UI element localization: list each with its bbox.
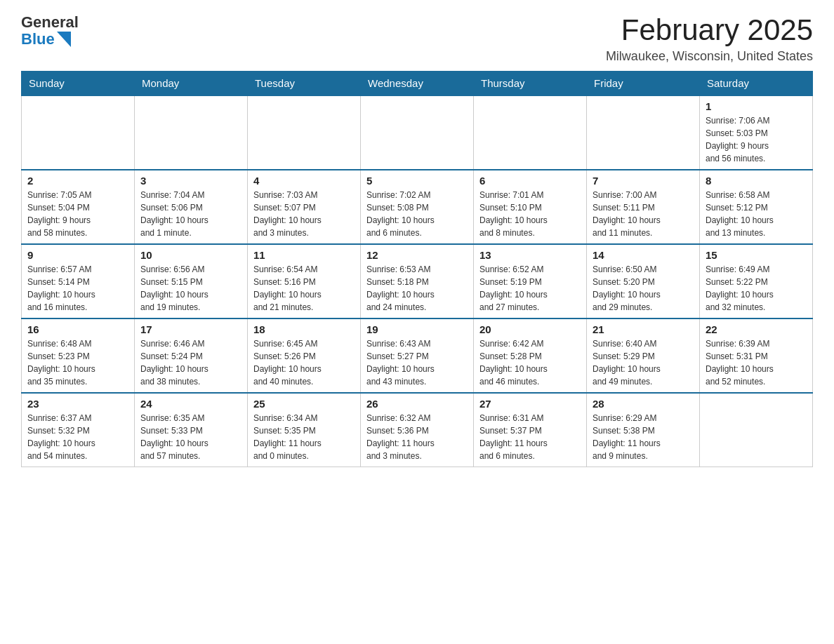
calendar-cell (248, 95, 361, 170)
day-number: 18 (253, 323, 355, 335)
day-info: Sunrise: 6:43 AM Sunset: 5:27 PM Dayligh… (366, 337, 468, 388)
day-number: 3 (140, 175, 241, 187)
calendar-cell: 10Sunrise: 6:56 AM Sunset: 5:15 PM Dayli… (135, 244, 248, 318)
calendar-week-row: 9Sunrise: 6:57 AM Sunset: 5:14 PM Daylig… (22, 244, 813, 318)
day-info: Sunrise: 7:02 AM Sunset: 5:08 PM Dayligh… (366, 189, 468, 239)
day-info: Sunrise: 6:46 AM Sunset: 5:24 PM Dayligh… (140, 337, 241, 388)
day-number: 16 (27, 323, 128, 335)
calendar-cell: 7Sunrise: 7:00 AM Sunset: 5:11 PM Daylig… (587, 170, 700, 244)
calendar-cell: 27Sunrise: 6:31 AM Sunset: 5:37 PM Dayli… (474, 393, 587, 467)
day-number: 25 (253, 398, 355, 410)
calendar-table: SundayMondayTuesdayWednesdayThursdayFrid… (21, 71, 813, 467)
day-info: Sunrise: 7:03 AM Sunset: 5:07 PM Dayligh… (253, 189, 355, 239)
calendar-cell: 23Sunrise: 6:37 AM Sunset: 5:32 PM Dayli… (22, 393, 135, 467)
day-number: 10 (140, 249, 241, 261)
day-info: Sunrise: 6:52 AM Sunset: 5:19 PM Dayligh… (479, 263, 581, 314)
day-number: 1 (706, 100, 807, 112)
calendar-week-row: 2Sunrise: 7:05 AM Sunset: 5:04 PM Daylig… (22, 170, 813, 244)
logo-triangle-icon (57, 32, 71, 47)
day-info: Sunrise: 6:56 AM Sunset: 5:15 PM Dayligh… (140, 263, 241, 314)
calendar-cell: 20Sunrise: 6:42 AM Sunset: 5:28 PM Dayli… (474, 318, 587, 393)
calendar-cell: 26Sunrise: 6:32 AM Sunset: 5:36 PM Dayli… (361, 393, 474, 467)
calendar-cell: 5Sunrise: 7:02 AM Sunset: 5:08 PM Daylig… (361, 170, 474, 244)
calendar-cell: 17Sunrise: 6:46 AM Sunset: 5:24 PM Dayli… (135, 318, 248, 393)
calendar-cell: 13Sunrise: 6:52 AM Sunset: 5:19 PM Dayli… (474, 244, 587, 318)
page-header: General Blue February 2025 Milwaukee, Wi… (21, 14, 813, 64)
day-number: 4 (253, 175, 355, 187)
logo-blue-text: Blue (21, 31, 55, 48)
day-info: Sunrise: 6:37 AM Sunset: 5:32 PM Dayligh… (27, 412, 128, 462)
day-info: Sunrise: 6:42 AM Sunset: 5:28 PM Dayligh… (479, 337, 581, 388)
day-number: 26 (366, 398, 468, 410)
day-number: 23 (27, 398, 128, 410)
calendar-cell: 19Sunrise: 6:43 AM Sunset: 5:27 PM Dayli… (361, 318, 474, 393)
day-info: Sunrise: 6:57 AM Sunset: 5:14 PM Dayligh… (27, 263, 128, 314)
day-info: Sunrise: 6:34 AM Sunset: 5:35 PM Dayligh… (253, 412, 355, 462)
location-subtitle: Milwaukee, Wisconsin, United States (606, 49, 813, 64)
day-info: Sunrise: 6:29 AM Sunset: 5:38 PM Dayligh… (593, 412, 694, 462)
calendar-cell: 16Sunrise: 6:48 AM Sunset: 5:23 PM Dayli… (22, 318, 135, 393)
day-number: 2 (27, 175, 128, 187)
day-info: Sunrise: 6:40 AM Sunset: 5:29 PM Dayligh… (593, 337, 694, 388)
day-of-week-header: Tuesday (248, 72, 361, 96)
day-number: 6 (479, 175, 581, 187)
day-number: 11 (253, 249, 355, 261)
day-info: Sunrise: 6:31 AM Sunset: 5:37 PM Dayligh… (479, 412, 581, 462)
title-section: February 2025 Milwaukee, Wisconsin, Unit… (606, 14, 813, 64)
day-info: Sunrise: 6:58 AM Sunset: 5:12 PM Dayligh… (706, 189, 807, 239)
calendar-cell: 9Sunrise: 6:57 AM Sunset: 5:14 PM Daylig… (22, 244, 135, 318)
day-of-week-header: Sunday (22, 72, 135, 96)
calendar-cell: 22Sunrise: 6:39 AM Sunset: 5:31 PM Dayli… (700, 318, 813, 393)
calendar-cell: 15Sunrise: 6:49 AM Sunset: 5:22 PM Dayli… (700, 244, 813, 318)
calendar-cell: 11Sunrise: 6:54 AM Sunset: 5:16 PM Dayli… (248, 244, 361, 318)
day-info: Sunrise: 6:54 AM Sunset: 5:16 PM Dayligh… (253, 263, 355, 314)
day-number: 12 (366, 249, 468, 261)
day-number: 20 (479, 323, 581, 335)
day-info: Sunrise: 6:48 AM Sunset: 5:23 PM Dayligh… (27, 337, 128, 388)
day-number: 14 (593, 249, 694, 261)
calendar-cell: 24Sunrise: 6:35 AM Sunset: 5:33 PM Dayli… (135, 393, 248, 467)
day-number: 17 (140, 323, 241, 335)
day-of-week-header: Thursday (474, 72, 587, 96)
month-title: February 2025 (606, 14, 813, 46)
day-info: Sunrise: 6:49 AM Sunset: 5:22 PM Dayligh… (706, 263, 807, 314)
logo: General Blue (21, 14, 79, 48)
calendar-cell: 3Sunrise: 7:04 AM Sunset: 5:06 PM Daylig… (135, 170, 248, 244)
day-info: Sunrise: 6:32 AM Sunset: 5:36 PM Dayligh… (366, 412, 468, 462)
calendar-cell: 28Sunrise: 6:29 AM Sunset: 5:38 PM Dayli… (587, 393, 700, 467)
calendar-cell: 12Sunrise: 6:53 AM Sunset: 5:18 PM Dayli… (361, 244, 474, 318)
calendar-cell: 6Sunrise: 7:01 AM Sunset: 5:10 PM Daylig… (474, 170, 587, 244)
calendar-cell (700, 393, 813, 467)
day-number: 27 (479, 398, 581, 410)
day-of-week-header: Saturday (700, 72, 813, 96)
day-info: Sunrise: 7:04 AM Sunset: 5:06 PM Dayligh… (140, 189, 241, 239)
day-of-week-header: Friday (587, 72, 700, 96)
day-info: Sunrise: 6:35 AM Sunset: 5:33 PM Dayligh… (140, 412, 241, 462)
day-info: Sunrise: 7:00 AM Sunset: 5:11 PM Dayligh… (593, 189, 694, 239)
day-info: Sunrise: 6:39 AM Sunset: 5:31 PM Dayligh… (706, 337, 807, 388)
day-of-week-header: Wednesday (361, 72, 474, 96)
calendar-cell (22, 95, 135, 170)
day-info: Sunrise: 6:50 AM Sunset: 5:20 PM Dayligh… (593, 263, 694, 314)
day-number: 24 (140, 398, 241, 410)
calendar-cell: 25Sunrise: 6:34 AM Sunset: 5:35 PM Dayli… (248, 393, 361, 467)
calendar-cell (361, 95, 474, 170)
calendar-cell: 21Sunrise: 6:40 AM Sunset: 5:29 PM Dayli… (587, 318, 700, 393)
calendar-week-row: 16Sunrise: 6:48 AM Sunset: 5:23 PM Dayli… (22, 318, 813, 393)
day-info: Sunrise: 7:01 AM Sunset: 5:10 PM Dayligh… (479, 189, 581, 239)
day-number: 13 (479, 249, 581, 261)
day-number: 22 (706, 323, 807, 335)
day-info: Sunrise: 6:45 AM Sunset: 5:26 PM Dayligh… (253, 337, 355, 388)
day-number: 28 (593, 398, 694, 410)
svg-marker-0 (57, 32, 71, 47)
calendar-cell: 4Sunrise: 7:03 AM Sunset: 5:07 PM Daylig… (248, 170, 361, 244)
day-number: 7 (593, 175, 694, 187)
day-number: 15 (706, 249, 807, 261)
calendar-header-row: SundayMondayTuesdayWednesdayThursdayFrid… (22, 72, 813, 96)
calendar-cell (135, 95, 248, 170)
calendar-cell: 18Sunrise: 6:45 AM Sunset: 5:26 PM Dayli… (248, 318, 361, 393)
day-number: 8 (706, 175, 807, 187)
day-info: Sunrise: 7:05 AM Sunset: 5:04 PM Dayligh… (27, 189, 128, 239)
calendar-cell: 2Sunrise: 7:05 AM Sunset: 5:04 PM Daylig… (22, 170, 135, 244)
calendar-cell (474, 95, 587, 170)
